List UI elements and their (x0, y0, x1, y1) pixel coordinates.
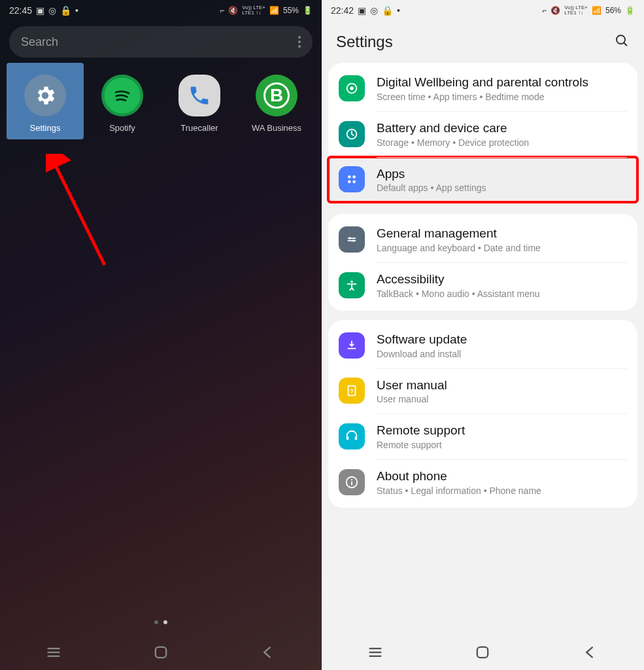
row-title: Apps (377, 166, 486, 182)
svg-point-14 (352, 181, 356, 184)
access-icon (339, 272, 365, 298)
lock-icon: 🔒 (382, 5, 393, 16)
svg-text:?: ? (350, 388, 354, 395)
app-label: WA Business (252, 123, 301, 133)
status-bar: 22:45 ▣ ◎ 🔒 • ⌐ 🔇 Vo)) LTE+ LTE1 ↑↓ 📶 55… (0, 0, 322, 21)
vpn-icon: ⌐ (542, 6, 547, 15)
row-title: Digital Wellbeing and parental controls (377, 75, 588, 90)
row-text: General managementLanguage and keyboard … (377, 226, 541, 253)
image-icon: ▣ (36, 5, 44, 16)
svg-line-7 (624, 43, 627, 46)
settings-row-apps[interactable]: AppsDefault apps • App settings (328, 157, 637, 203)
svg-point-17 (348, 237, 351, 239)
svg-point-18 (352, 239, 355, 242)
app-spotify[interactable]: Spotify (84, 75, 161, 133)
row-title: General management (377, 226, 541, 241)
svg-rect-23 (355, 436, 358, 440)
phone-icon (178, 75, 220, 116)
settings-group: Software updateDownload and install?User… (328, 320, 637, 508)
app-label: Spotify (109, 123, 135, 133)
lock-icon: 🔒 (60, 5, 71, 16)
svg-line-1 (54, 162, 105, 265)
row-subtitle: Language and keyboard • Date and time (377, 243, 541, 253)
back-button[interactable] (581, 643, 600, 661)
app-grid: Settings Spotify Truecaller B WA Busines… (0, 63, 322, 145)
mute-icon: 🔇 (228, 6, 238, 15)
svg-rect-26 (351, 482, 352, 485)
search-button[interactable] (614, 33, 630, 51)
svg-point-0 (110, 84, 135, 108)
status-bar: 22:42 ▣ ◎ 🔒 • ⌐ 🔇 Vo)) LTE+ LTE1 ↑↓ 📶 56… (322, 0, 644, 21)
general-icon (339, 226, 365, 253)
annotation-arrow (46, 154, 111, 272)
row-subtitle: Screen time • App timers • Bedtime mode (377, 92, 588, 102)
app-settings[interactable]: Settings (7, 63, 84, 139)
settings-row-access[interactable]: AccessibilityTalkBack • Mono audio • Ass… (328, 262, 637, 308)
settings-row-general[interactable]: General managementLanguage and keyboard … (328, 217, 637, 262)
row-title: Remote support (377, 423, 465, 438)
svg-point-12 (352, 175, 356, 179)
support-icon (339, 423, 365, 450)
app-wa-business[interactable]: B WA Business (238, 75, 315, 133)
settings-row-battery[interactable]: Battery and device careStorage • Memory … (328, 111, 637, 157)
apps-icon (339, 166, 365, 192)
vpn-icon: ⌐ (220, 6, 224, 15)
settings-header: Settings (322, 21, 644, 63)
row-text: Battery and device careStorage • Memory … (377, 120, 529, 148)
row-subtitle: Storage • Memory • Device protection (377, 137, 529, 148)
settings-row-wellbeing[interactable]: Digital Wellbeing and parental controlsS… (328, 65, 637, 111)
settings-row-about[interactable]: About phoneStatus • Legal information • … (328, 459, 637, 505)
row-text: Software updateDownload and install (377, 332, 467, 359)
svg-point-13 (348, 181, 351, 184)
signal-icon: 📶 (592, 6, 602, 15)
svg-point-11 (348, 175, 351, 179)
back-button[interactable] (259, 643, 277, 661)
signal-icon: 📶 (269, 6, 279, 15)
navigation-bar (0, 635, 322, 670)
row-title: Software update (377, 332, 467, 347)
row-subtitle: Status • Legal information • Phone name (377, 485, 541, 496)
spotify-icon (101, 75, 143, 116)
row-text: AccessibilityTalkBack • Mono audio • Ass… (377, 272, 539, 299)
battery-icon: 🔋 (303, 6, 313, 15)
battery-icon: 🔋 (625, 6, 635, 15)
row-text: Digital Wellbeing and parental controlsS… (377, 75, 588, 102)
settings-row-support[interactable]: Remote supportRemote support (328, 414, 637, 459)
home-button[interactable] (152, 643, 170, 661)
status-time: 22:42 (331, 5, 354, 16)
row-title: Accessibility (377, 272, 539, 287)
status-time: 22:45 (9, 5, 32, 16)
row-text: User manualUser manual (377, 378, 447, 405)
svg-point-9 (350, 86, 354, 90)
search-input[interactable]: Search (9, 26, 313, 58)
svg-rect-5 (156, 647, 166, 658)
app-drawer-screen: 22:45 ▣ ◎ 🔒 • ⌐ 🔇 Vo)) LTE+ LTE1 ↑↓ 📶 55… (0, 0, 322, 670)
recents-button[interactable] (366, 643, 384, 661)
manual-icon: ? (339, 378, 365, 404)
settings-row-manual[interactable]: ?User manualUser manual (328, 368, 637, 414)
home-button[interactable] (473, 643, 492, 661)
settings-group: General managementLanguage and keyboard … (328, 214, 637, 311)
image-icon: ▣ (358, 5, 366, 16)
mute-icon: 🔇 (551, 6, 560, 15)
more-icon[interactable] (298, 36, 301, 48)
whatsapp-business-icon: B (256, 75, 297, 116)
row-text: AppsDefault apps • App settings (377, 166, 486, 194)
instagram-icon: ◎ (370, 5, 378, 16)
update-icon (339, 332, 365, 359)
svg-point-19 (350, 281, 353, 283)
app-truecaller[interactable]: Truecaller (161, 75, 238, 133)
more-indicator: • (75, 5, 78, 16)
svg-rect-30 (477, 647, 488, 658)
row-subtitle: TalkBack • Mono audio • Assistant menu (377, 289, 539, 299)
lte-indicator: Vo)) LTE+ LTE1 ↑↓ (242, 5, 265, 16)
settings-row-update[interactable]: Software updateDownload and install (328, 323, 637, 368)
row-subtitle: User manual (377, 394, 447, 404)
row-subtitle: Download and install (377, 349, 467, 359)
wellbeing-icon (339, 75, 365, 101)
recents-button[interactable] (44, 643, 63, 661)
settings-group: Digital Wellbeing and parental controlsS… (328, 63, 637, 205)
page-indicator (154, 620, 167, 624)
settings-list[interactable]: Digital Wellbeing and parental controlsS… (322, 63, 644, 670)
svg-point-25 (351, 479, 352, 480)
